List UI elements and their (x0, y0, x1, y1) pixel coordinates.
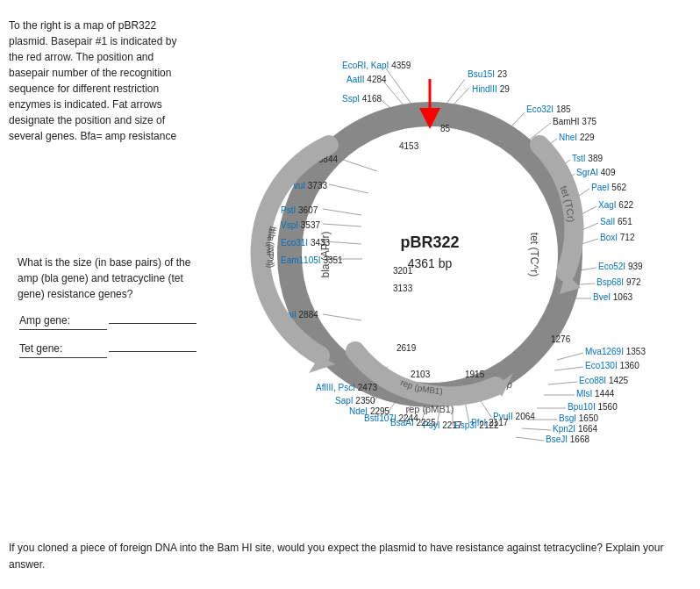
kpn2i-label: Kpn2I 1664 (553, 424, 598, 434)
svg-line-25 (554, 367, 583, 370)
plasmid-diagram: bla (AP^r) tet (TC^r) rep (pMB1) pBR322 … (193, 9, 684, 518)
bsp68i-label: Bsp68I 972 (596, 277, 641, 287)
bsu15i-label: Bsu15I 23 (468, 69, 507, 79)
bsgi-label: BsgI 1650 (559, 413, 598, 423)
bvei-label: BveI 1063 (593, 292, 632, 302)
bp2619-label: 2619 (396, 343, 417, 353)
amp-answer (109, 323, 196, 324)
xagi-label: XagI 622 (598, 200, 633, 210)
afliii-label: AflIII, PscI 2473 (316, 383, 377, 392)
tsti-label: TstI 389 (572, 154, 603, 163)
nhei-label: NheI 229 (559, 133, 595, 142)
tet-gene-label: tet (TC^r) (528, 233, 540, 277)
sali-label: SalI 651 (600, 217, 632, 226)
bp1915-label: 1915 (465, 370, 485, 379)
bp3201-label: 3201 (393, 266, 413, 276)
ndei-label: NdeI 2295 (349, 406, 390, 416)
svg-line-30 (522, 428, 551, 430)
svg-line-41 (323, 314, 361, 320)
svg-line-31 (516, 437, 544, 441)
svg-line-7 (329, 184, 368, 193)
mvai269i-label: Mva1269I 1353 (585, 347, 646, 356)
sgrai-label: SgrAI 409 (576, 168, 616, 177)
sspi-label: SspI 4168 (342, 94, 382, 104)
bp85-label: 85 (440, 124, 451, 133)
left-text-block: To the right is a map of pBR322 plasmid.… (9, 18, 193, 144)
bp2103-label: 2103 (411, 370, 431, 379)
tet-field: Tet gene: (18, 341, 202, 358)
questions-block: What is the size (in base pairs) of the … (18, 255, 202, 358)
svg-line-9 (323, 224, 361, 226)
amp-label: Amp gene: (19, 312, 107, 330)
bseji-label: BseJI 1668 (546, 435, 589, 444)
eco130i-label: Eco130I 1360 (585, 361, 639, 370)
boxi-label: BoxI 712 (600, 233, 635, 242)
eco31i-label: Eco31I 3433 (281, 238, 331, 248)
bamhi-label: BamHI 375 (553, 117, 596, 126)
paei-label: PaeI 562 (591, 183, 626, 192)
bp1276-label: 1276 (551, 334, 571, 344)
tet-label: Tet gene: (19, 341, 107, 358)
psti-label: PstI 3607 (281, 205, 318, 215)
eco52i-label: Eco52I 939 (598, 262, 643, 271)
intro-paragraph: To the right is a map of pBR322 plasmid.… (9, 19, 176, 142)
ecori-label: EcoRI, KapI 4359 (342, 61, 411, 70)
svg-line-6 (338, 158, 377, 171)
tet-answer (109, 351, 196, 352)
plasmid-title: pBR322 (400, 233, 459, 251)
bp4153-label: 4153 (399, 141, 419, 151)
aatii-label: AatII 4284 (346, 75, 387, 84)
plasmid-bp: 4361 bp (408, 256, 453, 270)
eam1105i-label: Eam1105I 3351 (281, 255, 343, 265)
bla-arc-text: bla (APr) (265, 227, 278, 266)
amp-field: Amp gene: (18, 312, 202, 330)
bottom-paragraph: If you cloned a piece of foreign DNA int… (9, 542, 663, 571)
vspi-label: VspI 3537 (281, 220, 320, 230)
sapi-label: SapI 2350 (335, 396, 375, 406)
eco88i-label: Eco88I 1425 (579, 376, 629, 385)
question-text: What is the size (in base pairs) of the … (18, 255, 202, 302)
svg-line-8 (323, 209, 361, 215)
bottom-text: If you cloned a piece of foreign DNA int… (9, 540, 667, 573)
mlsi-label: MlsI 1444 (576, 389, 615, 399)
page-container: To the right is a map of pBR322 plasmid.… (0, 0, 700, 589)
svg-line-26 (548, 382, 577, 384)
bpu10i-label: Bpu10I 1560 (568, 402, 618, 412)
eco32i-label: Eco32I 185 (526, 104, 571, 114)
svg-line-24 (557, 353, 583, 360)
bp3133-label: 3133 (393, 284, 413, 293)
hindiii-label: HindIII 29 (472, 84, 510, 94)
